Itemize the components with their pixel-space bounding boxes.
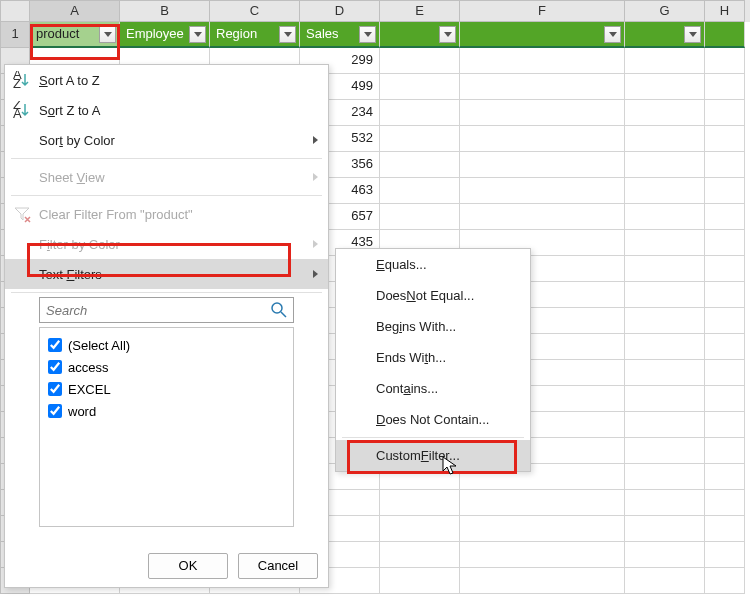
check-label: access bbox=[68, 360, 108, 375]
filter-button-f[interactable] bbox=[604, 26, 621, 43]
sort-a-to-z[interactable]: AZ SSort A to Zort A to Z bbox=[5, 65, 328, 95]
search-icon bbox=[271, 302, 287, 318]
filter-button-g[interactable] bbox=[684, 26, 701, 43]
filter-button-region[interactable] bbox=[279, 26, 296, 43]
submenu-arrow-icon bbox=[313, 270, 318, 278]
search-input[interactable] bbox=[46, 303, 271, 318]
dialog-buttons: OK Cancel bbox=[148, 553, 318, 579]
row-header-1[interactable]: 1 bbox=[0, 22, 30, 48]
col-header-A[interactable]: A bbox=[30, 0, 120, 22]
header-label-employee: Employee bbox=[126, 26, 184, 41]
header-cell-g[interactable] bbox=[625, 22, 705, 48]
filter-dropdown: AZ SSort A to Zort A to Z ZA Sort Z to A… bbox=[4, 64, 329, 588]
col-header-C[interactable]: C bbox=[210, 0, 300, 22]
header-cell-sales[interactable]: Sales bbox=[300, 22, 380, 48]
filter-button-e[interactable] bbox=[439, 26, 456, 43]
check-label: (Select All) bbox=[68, 338, 130, 353]
header-cell-product[interactable]: product bbox=[30, 22, 120, 48]
header-cell-e[interactable] bbox=[380, 22, 460, 48]
header-label-product: product bbox=[36, 26, 79, 41]
header-cell-h[interactable] bbox=[705, 22, 745, 48]
check-select-all[interactable]: (Select All) bbox=[48, 334, 285, 356]
col-header-E[interactable]: E bbox=[380, 0, 460, 22]
filter-button-employee[interactable] bbox=[189, 26, 206, 43]
checkbox[interactable] bbox=[48, 382, 62, 396]
column-headers: A B C D E F G H bbox=[0, 0, 750, 22]
separator bbox=[11, 292, 322, 293]
filter-button-sales[interactable] bbox=[359, 26, 376, 43]
separator bbox=[11, 195, 322, 196]
col-header-H[interactable]: H bbox=[705, 0, 745, 22]
ok-button[interactable]: OK bbox=[148, 553, 228, 579]
header-cell-f[interactable] bbox=[460, 22, 625, 48]
filter-not-equal[interactable]: Does Not Equal... bbox=[336, 280, 530, 311]
svg-text:A: A bbox=[13, 106, 22, 119]
header-row: 1 product Employee Region Sales bbox=[0, 22, 750, 48]
header-cell-region[interactable]: Region bbox=[210, 22, 300, 48]
filter-button-product[interactable] bbox=[99, 26, 116, 43]
check-label: EXCEL bbox=[68, 382, 111, 397]
check-item[interactable]: access bbox=[48, 356, 285, 378]
check-item[interactable]: word bbox=[48, 400, 285, 422]
sort-desc-icon: ZA bbox=[13, 101, 31, 119]
check-label: word bbox=[68, 404, 96, 419]
separator bbox=[342, 437, 524, 438]
filter-by-color: Filter by Color bbox=[5, 229, 328, 259]
clear-filter-icon bbox=[13, 205, 31, 223]
check-item[interactable]: EXCEL bbox=[48, 378, 285, 400]
sort-z-to-a[interactable]: ZA Sort Z to A bbox=[5, 95, 328, 125]
header-label-region: Region bbox=[216, 26, 257, 41]
col-header-G[interactable]: G bbox=[625, 0, 705, 22]
filter-custom[interactable]: Custom Filter... bbox=[336, 440, 530, 471]
checkbox[interactable] bbox=[48, 338, 62, 352]
sheet-view: Sheet View bbox=[5, 162, 328, 192]
submenu-arrow-icon bbox=[313, 173, 318, 181]
clear-filter-label: Clear Filter From "product" bbox=[39, 207, 193, 222]
filter-equals[interactable]: Equals... bbox=[336, 249, 530, 280]
svg-point-4 bbox=[272, 303, 282, 313]
header-cell-employee[interactable]: Employee bbox=[120, 22, 210, 48]
checkbox[interactable] bbox=[48, 360, 62, 374]
col-header-F[interactable]: F bbox=[460, 0, 625, 22]
search-box[interactable] bbox=[39, 297, 294, 323]
svg-text:Z: Z bbox=[13, 76, 21, 89]
col-header-B[interactable]: B bbox=[120, 0, 210, 22]
checkbox[interactable] bbox=[48, 404, 62, 418]
sort-asc-icon: AZ bbox=[13, 71, 31, 89]
clear-filter: Clear Filter From "product" bbox=[5, 199, 328, 229]
filter-contains[interactable]: Contains... bbox=[336, 373, 530, 404]
cancel-button[interactable]: Cancel bbox=[238, 553, 318, 579]
select-all-corner[interactable] bbox=[0, 0, 30, 22]
text-filters[interactable]: Text Filters bbox=[5, 259, 328, 289]
filter-begins-with[interactable]: Begins With... bbox=[336, 311, 530, 342]
text-filters-submenu: Equals... Does Not Equal... Begins With.… bbox=[335, 248, 531, 472]
filter-checklist[interactable]: (Select All) access EXCEL word bbox=[39, 327, 294, 527]
filter-not-contain[interactable]: Does Not Contain... bbox=[336, 404, 530, 435]
col-header-D[interactable]: D bbox=[300, 0, 380, 22]
header-label-sales: Sales bbox=[306, 26, 339, 41]
separator bbox=[11, 158, 322, 159]
submenu-arrow-icon bbox=[313, 240, 318, 248]
sort-by-color[interactable]: Sort by Color bbox=[5, 125, 328, 155]
submenu-arrow-icon bbox=[313, 136, 318, 144]
filter-ends-with[interactable]: Ends With... bbox=[336, 342, 530, 373]
